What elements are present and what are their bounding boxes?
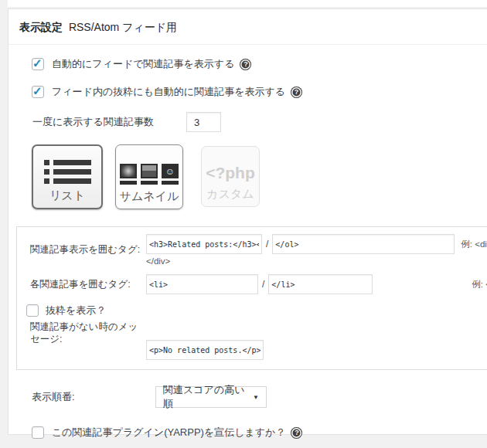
display-order-label: 表示順番: bbox=[32, 390, 155, 404]
wrap-each-label: 各関連記事を囲むタグ: bbox=[26, 278, 146, 291]
auto-display-label: 自動的にフィードで関連記事を表示する bbox=[52, 57, 234, 71]
wrap-each-before-input[interactable] bbox=[146, 274, 258, 294]
panel-subtitle: RSS/Atom フィード用 bbox=[69, 21, 177, 33]
thumbnails-icon: ☺ bbox=[120, 164, 179, 185]
separator: / bbox=[262, 279, 264, 290]
theme-thumbnails-label: サムネイル bbox=[120, 190, 179, 202]
wrap-each-row: 各関連記事を囲むタグ: / 例: <li>関連記事タイトル</li> bbox=[26, 274, 487, 294]
related-count-row: 一度に表示する関連記事数 bbox=[32, 112, 487, 132]
wrap-display-row: 関連記事表示を囲むタグ: / 例: <div class="relatedpos… bbox=[26, 234, 487, 266]
wrap-display-label: 関連記事表示を囲むタグ: bbox=[26, 243, 146, 256]
display-order-row: 表示順番: 関連スコアの高い順 ▼ bbox=[32, 386, 487, 408]
panel-body: 自動的にフィードで関連記事を表示する ? フィード内の抜粋にも自動的に関連記事を… bbox=[9, 57, 487, 440]
display-settings-panel: 表示設定 RSS/Atom フィード用 自動的にフィードで関連記事を表示する ?… bbox=[8, 8, 487, 435]
panel-title: 表示設定 bbox=[19, 21, 63, 33]
theme-custom-label: カスタム bbox=[206, 188, 254, 199]
theme-button-thumbnails[interactable]: ☺ サムネイル bbox=[115, 144, 183, 209]
chevron-down-icon: ▼ bbox=[253, 394, 259, 401]
landscape-thumb-icon bbox=[141, 164, 158, 178]
promote-label: この関連記事プラグイン(YARPP)を宣伝しますか？ bbox=[52, 426, 285, 440]
separator: / bbox=[266, 239, 268, 249]
display-order-select[interactable]: 関連スコアの高い順 ▼ bbox=[155, 386, 267, 408]
related-count-label: 一度に表示する関連記事数 bbox=[32, 115, 186, 129]
auto-display-row: 自動的にフィードで関連記事を表示する ? bbox=[32, 57, 487, 71]
tag-settings-box: 関連記事表示を囲むタグ: / 例: <div class="relatedpos… bbox=[16, 226, 487, 370]
wrap-display-before-input[interactable] bbox=[146, 234, 262, 254]
no-results-input[interactable] bbox=[146, 340, 264, 360]
excerpt-display-checkbox[interactable] bbox=[32, 86, 44, 98]
help-icon[interactable]: ? bbox=[291, 87, 302, 98]
promote-row: この関連記事プラグイン(YARPP)を宣伝しますか？ ? bbox=[32, 426, 487, 440]
auto-display-checkbox[interactable] bbox=[32, 58, 44, 70]
theme-button-custom[interactable]: <?php カスタム bbox=[201, 146, 260, 207]
show-excerpt-checkbox[interactable] bbox=[26, 304, 39, 317]
show-excerpt-row: 抜粋を表示？ bbox=[26, 304, 487, 317]
list-icon bbox=[44, 160, 91, 184]
no-results-row: 関連記事がない時のメッセージ: bbox=[26, 321, 487, 360]
previous-postbox-edge bbox=[8, 0, 487, 7]
wrap-display-example-wrap: </div> bbox=[146, 256, 487, 266]
excerpt-display-row: フィード内の抜粋にも自動的に関連記事を表示する ? bbox=[32, 85, 487, 99]
display-order-value: 関連スコアの高い順 bbox=[163, 383, 253, 411]
show-excerpt-label: 抜粋を表示？ bbox=[46, 304, 106, 317]
php-code-icon: <?php bbox=[206, 164, 255, 182]
wrap-display-after-input[interactable] bbox=[272, 234, 455, 254]
theme-button-list[interactable]: リスト bbox=[32, 144, 103, 209]
theme-list-label: リスト bbox=[49, 189, 85, 201]
smiley-thumb-icon: ☺ bbox=[162, 164, 179, 178]
excerpt-display-label: フィード内の抜粋にも自動的に関連記事を表示する bbox=[52, 85, 285, 99]
wrap-each-after-input[interactable] bbox=[268, 274, 373, 294]
help-icon[interactable]: ? bbox=[291, 427, 302, 439]
panel-header: 表示設定 RSS/Atom フィード用 bbox=[9, 9, 487, 45]
no-results-label: 関連記事がない時のメッセージ: bbox=[26, 321, 146, 345]
wrap-each-example: 例: <li>関連記事タイトル</li> bbox=[472, 279, 487, 290]
wrap-display-example: 例: <div class="relatedposts"> bbox=[461, 239, 487, 250]
theme-buttons: リスト ☺ サムネイル bbox=[32, 144, 487, 211]
promote-checkbox[interactable] bbox=[32, 426, 44, 439]
flower-thumb-icon bbox=[120, 164, 137, 178]
related-count-input[interactable] bbox=[186, 112, 221, 132]
help-icon[interactable]: ? bbox=[240, 59, 251, 70]
